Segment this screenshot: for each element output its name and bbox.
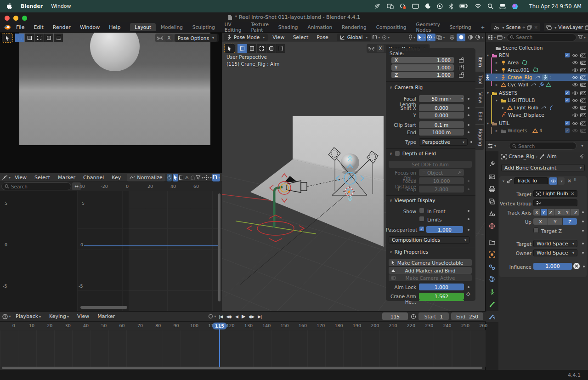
pin-icon[interactable]: ⌖ [522, 24, 525, 30]
properties-options-icon[interactable] [577, 142, 586, 150]
overlays-toggle-icon[interactable] [427, 34, 435, 41]
animate-decorator[interactable] [468, 131, 469, 133]
eyedropper-icon[interactable] [458, 170, 462, 175]
dof-panel-header[interactable]: ∨Depth of Field [390, 151, 436, 156]
transform-orientation[interactable]: Global [337, 34, 371, 41]
constraint-name-field[interactable]: Track To [514, 177, 548, 184]
pose-menu[interactable]: Pose [313, 34, 332, 41]
close-window-button[interactable] [5, 16, 10, 21]
workspace-tab-rendering[interactable]: Rendering [337, 23, 371, 31]
tweak-select-button[interactable] [237, 44, 247, 53]
screen-mirroring-icon[interactable] [374, 3, 381, 9]
aim-lock-slider[interactable]: 1.000 [419, 284, 464, 290]
animate-decorator[interactable] [468, 114, 469, 116]
frame-end-field[interactable]: End250 [451, 312, 483, 320]
graph-menu-marker[interactable]: Marker [54, 174, 79, 181]
display-mode-icon[interactable] [497, 34, 506, 41]
editor-type-properties-icon[interactable] [487, 142, 496, 150]
menu-window[interactable]: Window [76, 23, 104, 31]
outliner-row-wave-displace[interactable]: Wave_Displace [486, 111, 588, 119]
drag-handle-icon[interactable]: ⠿ [574, 178, 577, 182]
pivot-point-icon[interactable] [204, 174, 212, 181]
viewport-3d[interactable]: Pose Mode View Select Pose Global [222, 33, 486, 311]
outliner-row-lightbulb[interactable]: ▾ LIGHTBULB ✓ [486, 96, 588, 104]
filter-icon[interactable] [196, 174, 204, 181]
normalize-toggle[interactable]: Normalize [127, 174, 165, 181]
menubar-app-name[interactable]: Blender [21, 3, 43, 9]
pose-options-dropdown[interactable]: Pose Options [175, 34, 217, 42]
clip-start-field[interactable]: 0.1 m [419, 121, 464, 128]
outliner-row-widgets[interactable]: ▸ Widgets 4 ✓ [486, 127, 588, 134]
render-camera-icon[interactable] [580, 113, 586, 117]
camera-viewport[interactable]: X Pose Options [0, 33, 222, 173]
clear-target-icon[interactable]: × [571, 191, 575, 197]
render-camera-icon[interactable] [580, 60, 586, 65]
timeline-track-area[interactable] [0, 330, 486, 367]
circle-select-button[interactable] [257, 44, 266, 53]
shift-x-field[interactable]: 0.000 [419, 104, 464, 111]
solid-shading-icon[interactable] [457, 34, 465, 41]
render-camera-icon[interactable] [580, 128, 586, 133]
outliner-row-util[interactable]: ▾ UTIL ✓ [486, 119, 588, 127]
render-camera-icon[interactable] [580, 75, 586, 79]
hide-eye-icon[interactable] [572, 106, 578, 110]
siri-icon[interactable] [512, 3, 518, 10]
minimize-window-button[interactable] [13, 16, 18, 21]
rig-properties-panel-header[interactable]: ∨Rig Properties [390, 249, 428, 255]
lasso-select-button[interactable] [44, 34, 53, 42]
play-button[interactable]: ▶ [240, 313, 246, 320]
influence-slider[interactable]: 1.000 [533, 263, 572, 270]
target-field[interactable]: Light Bulb × [533, 190, 577, 197]
render-camera-icon[interactable] [580, 82, 586, 87]
control-center-icon[interactable] [499, 4, 506, 9]
vertex-group-field[interactable] [533, 199, 577, 206]
track-axis-y[interactable]: Y [541, 209, 547, 216]
limits-checkbox[interactable] [419, 216, 424, 221]
tab-physics[interactable] [486, 274, 498, 285]
tab-rigging[interactable]: Rigging [475, 125, 484, 150]
tweak-select-button[interactable] [15, 34, 24, 42]
xray-toggle-icon[interactable] [436, 34, 445, 41]
workspace-tab-compositing[interactable]: Compositing [372, 23, 411, 31]
up-x[interactable]: X [533, 218, 548, 225]
graph-curve-area[interactable]: 5 0 -5 5 0 -5 [0, 191, 222, 312]
menubar-window-menu[interactable]: Window [51, 3, 71, 9]
active-tool-tweak-button[interactable] [2, 34, 12, 42]
tab-tool[interactable] [486, 159, 498, 170]
menu-help[interactable]: Help [105, 23, 124, 31]
tab-object-data[interactable] [486, 286, 498, 297]
sphere-object[interactable] [90, 33, 140, 71]
animate-decorator[interactable] [470, 141, 472, 143]
workspace-tab-modeling[interactable]: Modeling [156, 23, 187, 31]
tab-edit[interactable]: Edit [475, 108, 484, 124]
outliner-row-ren[interactable]: ▾ REN ✓ [486, 51, 588, 59]
up-z[interactable]: Z [563, 218, 577, 225]
gizmo-toggle-icon[interactable] [417, 34, 426, 41]
camera-rig-panel-header[interactable]: ∨Camera Rig [390, 85, 423, 90]
only-selected-icon[interactable] [179, 174, 184, 181]
composition-guides-dropdown[interactable]: Composition Guides [389, 236, 469, 244]
pin-id-icon[interactable] [579, 153, 585, 159]
collection-checkbox[interactable]: ✓ [565, 52, 570, 58]
outliner-row-area[interactable]: ▸ Area [486, 59, 588, 66]
auto-keying-toggle[interactable] [208, 312, 216, 320]
camera-type-dropdown[interactable]: Perspective [419, 138, 468, 146]
graph-menu-key[interactable]: Key [108, 174, 124, 181]
shift-y-field[interactable]: 0.000 [419, 112, 464, 119]
focal-length-field[interactable]: 50 mm [419, 95, 464, 102]
frame-start-field[interactable]: Start1 [418, 312, 449, 320]
scene-selector[interactable]: Scene ⌖ × [491, 23, 540, 31]
preview-range-clock-icon[interactable] [409, 312, 418, 320]
constraint-enable-eye-button[interactable] [549, 177, 557, 185]
timeline-marker-menu[interactable]: Marker [94, 312, 119, 320]
properties-search[interactable] [509, 142, 577, 150]
jump-to-end-button[interactable]: ▶| [256, 314, 263, 319]
panel-collapse-icon[interactable]: ∨ [502, 179, 505, 183]
screen-record-icon[interactable] [400, 3, 406, 9]
track-axis-x[interactable]: X [533, 209, 540, 216]
next-keyframe-button[interactable]: ◆▶ [247, 314, 255, 319]
outliner-row-cyc-wall[interactable]: ▸ Cyc Wall [486, 81, 588, 88]
display-icon[interactable] [412, 4, 419, 9]
outliner-row-area001[interactable]: ▸ Area.001 [486, 66, 588, 74]
play-reverse-button[interactable]: ◀ [234, 314, 239, 319]
